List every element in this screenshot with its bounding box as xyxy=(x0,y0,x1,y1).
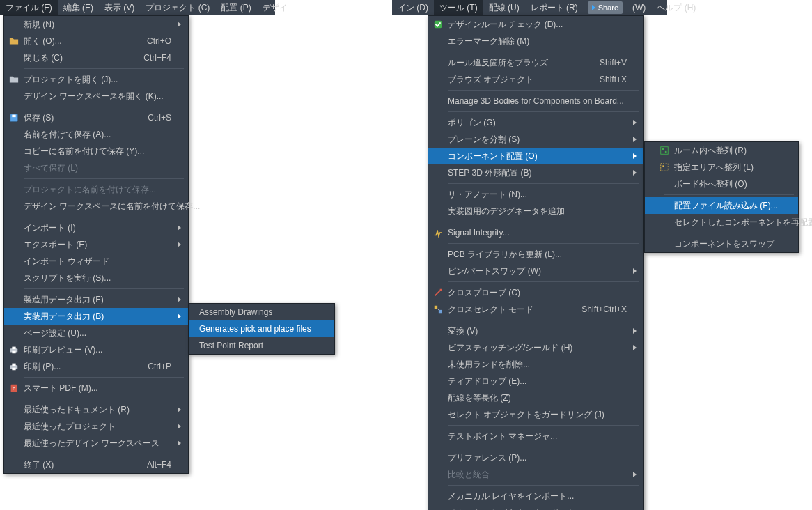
submenu-arrow-icon xyxy=(627,328,637,334)
tools-menu-item[interactable]: 変換 (V) xyxy=(428,323,643,339)
placement-submenu-item[interactable]: 指定エリアへ整列 (L) xyxy=(645,159,798,176)
submenu-item-label: 指定エリアへ整列 (L) xyxy=(674,162,788,173)
tools-menu-item[interactable]: エラーマーク解除 (M) xyxy=(428,33,643,49)
tools-menu-item[interactable]: 配線を等長化 (Z) xyxy=(428,389,643,406)
file-menu-item[interactable]: 新規 (N) xyxy=(4,16,188,33)
tools-menu-item[interactable]: 未使用ランドを削除... xyxy=(428,356,643,373)
file-menu-item[interactable]: 印刷 (P)...Ctrl+P xyxy=(4,358,188,375)
tools-menu-item[interactable]: デザインルール チェック (D)... xyxy=(428,16,643,33)
file-menu-item[interactable]: 製造用データ出力 (F) xyxy=(4,291,188,308)
placement-submenu-item[interactable]: ルーム内へ整列 (R) xyxy=(645,142,798,159)
file-menu-item[interactable]: コピーに名前を付けて保存 (Y)... xyxy=(4,143,188,160)
menu-share[interactable]: Share xyxy=(584,0,627,15)
menu-item-label: 保存 (S) xyxy=(24,112,134,124)
menu-separator xyxy=(448,52,639,52)
submenu-arrow-icon xyxy=(171,242,181,247)
file-menu-item[interactable]: デザイン ワークスペースを開く (K)... xyxy=(4,88,188,105)
menu-view[interactable]: 表示 (V) xyxy=(99,0,140,15)
tools-menu-item[interactable]: ビアスティッチング/シールド (H) xyxy=(428,339,643,356)
svg-rect-1 xyxy=(12,115,15,118)
placement-submenu-item[interactable]: コンポーネントをスワップ xyxy=(645,235,798,252)
tools-menu-item[interactable]: プリファレンス (P)... xyxy=(428,449,643,466)
svg-rect-11 xyxy=(435,306,437,309)
menu-project[interactable]: プロジェクト (C) xyxy=(140,0,215,15)
tools-menu-item[interactable]: クロスプローブ (C) xyxy=(428,284,643,301)
assembly-outputs-item[interactable]: Generates pick and place files xyxy=(189,320,334,337)
file-menu-item[interactable]: 最近使ったプロジェクト xyxy=(4,418,188,435)
menu-item-label: 新規 (N) xyxy=(24,19,171,31)
placement-submenu-item[interactable]: セレクトしたコンポーネントを再配置 (C) xyxy=(645,214,798,231)
file-menu-item[interactable]: 実装用データ出力 (B) xyxy=(4,308,188,325)
tools-menu-item[interactable]: クロスセレクト モードShift+Ctrl+X xyxy=(428,301,643,318)
menu-file[interactable]: ファイル (F) xyxy=(0,0,58,15)
menu-item-label: セレクト オブジェクトをガードリング (J) xyxy=(448,409,627,421)
tools-menu-item[interactable]: メカニカル レイヤをインポート... xyxy=(428,488,643,504)
print-icon xyxy=(4,358,24,375)
file-menu-item[interactable]: 開く (O)...Ctrl+O xyxy=(4,33,188,49)
tools-dropdown: デザインルール チェック (D)...エラーマーク解除 (M)ルール違反箇所をブ… xyxy=(428,15,644,510)
menu-window[interactable]: (W) xyxy=(627,0,651,15)
tools-menu-item[interactable]: ティアドロップ (E)... xyxy=(428,373,643,389)
file-menu-item[interactable]: ページ設定 (U)... xyxy=(4,325,188,341)
menu-tools[interactable]: ツール (T) xyxy=(434,0,483,15)
menu-edit[interactable]: 編集 (E) xyxy=(58,0,99,15)
file-menu-item[interactable]: Pスマート PDF (M)... xyxy=(4,380,188,396)
blank-icon xyxy=(428,93,448,109)
submenu-arrow-icon xyxy=(627,120,637,125)
blank-icon xyxy=(428,389,448,406)
file-menu-item[interactable]: 印刷プレビュー (V)... xyxy=(4,341,188,358)
menu-item-label: テストポイント マネージャ... xyxy=(448,431,627,442)
file-menu-item[interactable]: 最近使ったドキュメント (R) xyxy=(4,401,188,418)
file-menu-item[interactable]: スクリプトを実行 (S)... xyxy=(4,270,188,286)
placement-submenu-item[interactable]: 配置ファイル読み込み (F)... xyxy=(645,197,798,214)
tools-menu-item[interactable]: 実装図用のデジグネータを追加 xyxy=(428,203,643,219)
assembly-outputs-item[interactable]: Test Point Report xyxy=(189,337,334,354)
submenu-arrow-icon xyxy=(627,268,637,274)
tools-menu-item[interactable]: Manage 3D Bodies for Components on Board… xyxy=(428,93,643,109)
tools-menu-item[interactable]: テストポイント マネージャ... xyxy=(428,428,643,445)
blank-icon xyxy=(4,270,24,286)
file-menu-item[interactable]: インポート ウィザード xyxy=(4,253,188,270)
tools-menu-item[interactable]: ルール違反箇所をブラウズShift+V xyxy=(428,54,643,71)
blank-icon xyxy=(428,428,448,445)
file-menu-item[interactable]: インポート (I) xyxy=(4,219,188,236)
file-menu-item[interactable]: 終了 (X)Alt+F4 xyxy=(4,456,188,473)
tools-menu-item[interactable]: リ・アノテート (N)... xyxy=(428,186,643,203)
menu-item-shortcut: Ctrl+S xyxy=(134,113,171,123)
tools-menu-item[interactable]: ピン/パートスワップ (W) xyxy=(428,263,643,279)
blank-icon xyxy=(428,488,448,504)
file-menu-item[interactable]: デザイン ワークスペースに名前を付けて保存... xyxy=(4,198,188,215)
file-menu-item[interactable]: 名前を付けて保存 (A)... xyxy=(4,126,188,143)
menu-item-label: Signal Integrity... xyxy=(448,228,627,238)
tools-menu-item[interactable]: メカニカル レイヤをエクスポート... xyxy=(428,504,643,510)
file-menu-item[interactable]: プロジェクトを開く (J)... xyxy=(4,71,188,88)
file-menu-item[interactable]: 保存 (S)Ctrl+S xyxy=(4,109,188,126)
tools-menu-item[interactable]: プレーンを分割 (S) xyxy=(428,131,643,148)
menu-place[interactable]: 配置 (P) xyxy=(215,0,256,15)
menu-design-trunc[interactable]: デザイ xyxy=(257,0,293,15)
menu-help[interactable]: ヘルプ (H) xyxy=(651,0,701,15)
tools-menu-item[interactable]: PCB ライブラリから更新 (L)... xyxy=(428,246,643,263)
tools-menu-item[interactable]: セレクト オブジェクトをガードリング (J) xyxy=(428,406,643,423)
file-menu-item[interactable]: 最近使ったデザイン ワークスペース xyxy=(4,435,188,451)
menu-item-label: メカニカル レイヤをエクスポート... xyxy=(448,507,627,511)
tools-menu-item[interactable]: Signal Integrity... xyxy=(428,224,643,241)
submenu-arrow-icon xyxy=(627,153,637,159)
blank-icon xyxy=(428,131,448,148)
blank-icon xyxy=(655,176,674,192)
menu-route[interactable]: 配線 (U) xyxy=(483,0,525,15)
tools-menu-item[interactable]: STEP 3D 外形配置 (B) xyxy=(428,164,643,181)
menu-item-label: デザイン ワークスペースを開く (K)... xyxy=(24,91,171,102)
blank-icon xyxy=(428,114,448,131)
tools-menu-item[interactable]: ポリゴン (G) xyxy=(428,114,643,131)
placement-submenu-item[interactable]: ボード外へ整列 (O) xyxy=(645,176,798,192)
menu-design-suffix[interactable]: イン (D) xyxy=(392,0,434,15)
assembly-outputs-item[interactable]: Assembly Drawings xyxy=(189,304,334,320)
tools-menu-item[interactable]: コンポーネント配置 (O) xyxy=(428,148,643,164)
file-menu-item[interactable]: エクスポート (E) xyxy=(4,236,188,253)
file-menu-item[interactable]: 閉じる (C)Ctrl+F4 xyxy=(4,49,188,66)
tools-menu-item[interactable]: ブラウズ オブジェクトShift+X xyxy=(428,71,643,88)
menu-report[interactable]: レポート (R) xyxy=(525,0,584,15)
file-dropdown: 新規 (N)開く (O)...Ctrl+O閉じる (C)Ctrl+F4プロジェク… xyxy=(3,15,189,474)
menu-item-label: 最近使ったプロジェクト xyxy=(24,421,171,433)
